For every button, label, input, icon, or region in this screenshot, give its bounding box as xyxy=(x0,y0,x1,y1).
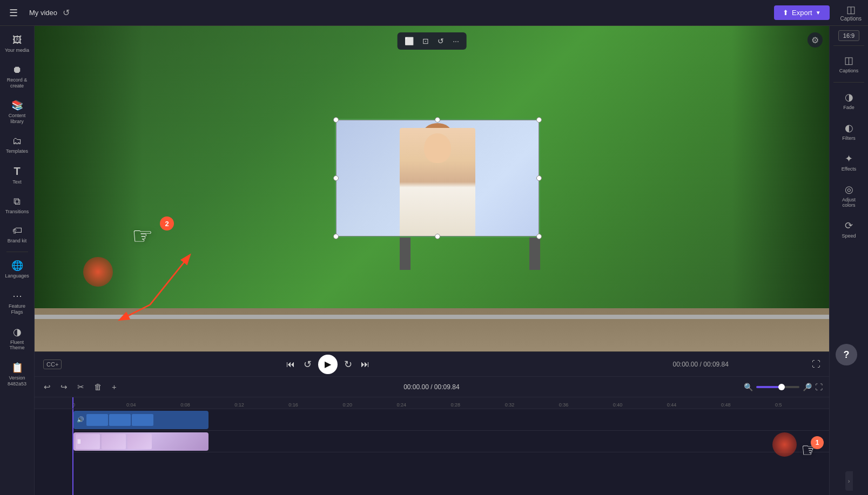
rewind-button[interactable]: ↺ xyxy=(301,356,314,372)
crop-button[interactable]: ⬜ xyxy=(401,35,417,48)
right-sidebar-divider xyxy=(833,82,864,83)
captions-panel-button[interactable]: ◫ Captions xyxy=(840,4,862,22)
billboard-container xyxy=(324,119,540,270)
transitions-icon: ⧉ xyxy=(14,196,21,207)
video-preview: ☞ 2 ⬜ ⊡ ↺ ··· ⚙ CC+ ⏮ ↺ xyxy=(35,26,829,376)
fullscreen-button[interactable]: ⛶ xyxy=(812,360,820,369)
video-thumbnail xyxy=(127,434,152,449)
annotation-red-circle-timeline xyxy=(772,432,797,457)
export-icon: ⬆ xyxy=(783,9,789,17)
video-canvas[interactable]: ☞ 2 ⬜ ⊡ ↺ ··· ⚙ xyxy=(35,26,829,351)
sidebar-item-languages[interactable]: 🌐 Languages xyxy=(2,255,32,283)
timeline-expand-button[interactable]: ⛶ xyxy=(815,383,823,391)
fast-forward-button[interactable]: ↻ xyxy=(342,356,354,372)
badge-1: 1 xyxy=(811,436,824,449)
audio-clip[interactable]: 🔊 xyxy=(73,411,208,429)
sidebar-item-content-library[interactable]: 📚 Contentlibrary xyxy=(2,95,32,129)
aspect-ratio-button[interactable]: 16:9 xyxy=(838,30,859,41)
zoom-out-icon: 🔍 xyxy=(744,383,753,391)
sidebar-item-record-create[interactable]: ⏺ Record &create xyxy=(2,60,32,93)
right-sidebar-effects[interactable]: ✦ Effects xyxy=(832,148,866,176)
media-icon: 🖼 xyxy=(12,35,22,46)
feature-flags-icon: ⋯ xyxy=(12,290,22,302)
sidebar-item-transitions[interactable]: ⧉ Transitions xyxy=(2,192,32,219)
skip-back-button[interactable]: ⏮ xyxy=(284,357,297,371)
annotation-red-circle-video xyxy=(83,257,113,287)
playhead xyxy=(72,397,73,409)
audio-block xyxy=(86,414,108,426)
sidebar-item-fluent-theme[interactable]: ◑ FluentTheme xyxy=(2,322,32,356)
ruler-mark: 0:20 xyxy=(342,402,396,408)
ruler-mark: 0:44 xyxy=(667,402,721,408)
sidebar-item-label: Templates xyxy=(6,148,28,154)
right-sidebar-captions[interactable]: ◫ Captions xyxy=(832,50,866,78)
ruler-mark: 0:24 xyxy=(396,402,450,408)
project-title: My video xyxy=(29,9,57,17)
ruler-mark: 0:36 xyxy=(559,402,613,408)
skip-forward-button[interactable]: ⏭ xyxy=(359,357,372,371)
sidebar-item-label: Text xyxy=(12,179,22,185)
filters-label: Filters xyxy=(842,135,856,141)
sidebar-separator xyxy=(6,252,28,252)
sidebar-item-label: Transitions xyxy=(5,209,29,215)
sidebar-item-feature-flags[interactable]: ⋯ FeatureFlags xyxy=(2,286,32,320)
ruler-mark: 0:40 xyxy=(613,402,667,408)
billboard-scene xyxy=(35,26,829,351)
effects-icon: ✦ xyxy=(845,153,853,165)
sidebar-item-brand-kit[interactable]: 🏷 Brand kit xyxy=(2,221,32,248)
cc-button[interactable]: CC+ xyxy=(43,360,62,369)
billboard-person xyxy=(400,128,475,236)
ruler-mark: 0:48 xyxy=(721,402,775,408)
timeline-time-display: 00:00.00 / 00:09.84 xyxy=(124,383,739,391)
fade-label: Fade xyxy=(843,105,854,110)
effects-label: Effects xyxy=(842,166,856,172)
collapse-right-sidebar-button[interactable]: › xyxy=(845,471,853,491)
sidebar-item-templates[interactable]: 🗂 Templates xyxy=(2,131,32,159)
export-chevron-icon: ▼ xyxy=(816,10,821,16)
sidebar-item-label: Version8482a53 xyxy=(8,375,26,387)
pause-icon: ⏸ xyxy=(76,438,82,445)
ruler-mark: 0:04 xyxy=(126,402,180,408)
right-sidebar-adjust-colors[interactable]: ◎ Adjustcolors xyxy=(832,179,866,212)
ruler-mark: 0 xyxy=(72,402,126,408)
undo-button[interactable]: ↩ xyxy=(41,381,53,394)
zoom-slider[interactable] xyxy=(756,386,799,388)
sidebar-item-label: Contentlibrary xyxy=(9,113,26,125)
more-options-button[interactable]: ··· xyxy=(449,35,462,48)
text-icon: T xyxy=(14,165,20,178)
right-sidebar: 16:9 ◫ Captions ◑ Fade ◐ Filters ✦ Effec… xyxy=(829,26,868,495)
right-sidebar-speed[interactable]: ⟳ Speed xyxy=(832,215,866,243)
add-to-timeline-button[interactable]: + xyxy=(109,381,119,393)
captions-panel-icon: ◫ xyxy=(844,55,853,66)
sidebar-item-label: FeatureFlags xyxy=(9,303,25,315)
captions-label: Captions xyxy=(839,68,859,73)
trim-button[interactable]: ⊡ xyxy=(419,35,432,48)
sidebar-item-version[interactable]: 📋 Version8482a53 xyxy=(2,357,32,391)
video-overlay-toolbar: ⬜ ⊡ ↺ ··· xyxy=(397,32,467,50)
delete-button[interactable]: 🗑 xyxy=(91,381,105,393)
hamburger-menu-button[interactable]: ☰ xyxy=(6,5,21,21)
video-clip[interactable]: ⏸ xyxy=(73,432,208,451)
sidebar-item-text[interactable]: T Text xyxy=(2,161,32,189)
play-pause-button[interactable]: ▶ xyxy=(318,355,338,374)
help-button[interactable]: ? xyxy=(836,344,857,365)
left-sidebar: 🖼 Your media ⏺ Record &create 📚 Contentl… xyxy=(0,26,35,495)
cut-button[interactable]: ✂ xyxy=(75,381,87,394)
redo-button[interactable]: ↪ xyxy=(58,381,70,394)
version-icon: 📋 xyxy=(11,362,23,374)
time-display: 00:00.00 / 00:09.84 xyxy=(594,361,808,368)
rotate-button[interactable]: ↺ xyxy=(434,35,447,48)
sidebar-item-your-media[interactable]: 🖼 Your media xyxy=(2,30,32,58)
audio-block xyxy=(132,414,153,426)
timeline-tracks: 🔊 ⏸ xyxy=(35,409,829,495)
refresh-button[interactable]: ↺ xyxy=(63,8,70,18)
audio-track: 🔊 xyxy=(72,409,829,431)
timeline-ruler: 0 0:04 0:08 0:12 0:16 0:20 0:24 0:28 0:3… xyxy=(35,397,829,409)
right-sidebar-filters[interactable]: ◐ Filters xyxy=(832,118,866,145)
export-button[interactable]: ⬆ Export ▼ xyxy=(774,5,829,20)
preview-settings-button[interactable]: ⚙ xyxy=(808,32,823,48)
ruler-mark: 0:16 xyxy=(288,402,342,408)
audio-icon: 🔊 xyxy=(77,416,84,423)
zoom-in-icon: 🔎 xyxy=(803,383,812,391)
right-sidebar-fade[interactable]: ◑ Fade xyxy=(832,87,866,114)
